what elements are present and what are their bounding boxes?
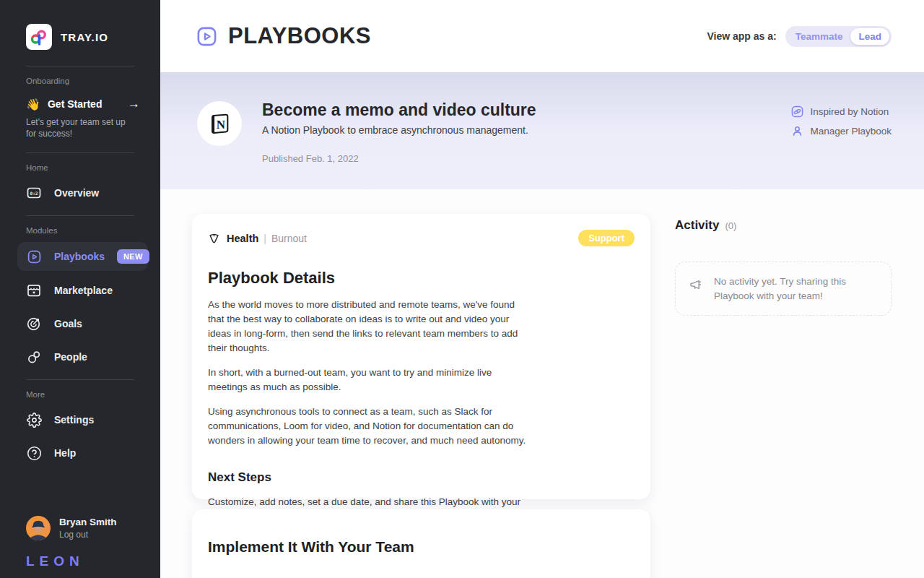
activity-heading: Activity — [675, 218, 719, 233]
tag-subcategory: Burnout — [271, 233, 307, 244]
sidebar-item-label: Marketplace — [54, 285, 113, 296]
svg-text:0:2: 0:2 — [30, 191, 38, 196]
tag-icon — [208, 232, 220, 244]
scoreboard-icon: 0:2 — [26, 185, 42, 201]
playbook-details-card: Health | Burnout Support Playbook Detail… — [192, 214, 650, 499]
view-as-toggle: Teammate Lead — [785, 26, 892, 47]
topbar: PLAYBOOKS View app as a: Teammate Lead — [160, 0, 924, 72]
sidebar-item-label: Overview — [54, 187, 99, 199]
tag-category: Health — [227, 233, 258, 244]
avatar — [26, 516, 51, 540]
meta-playbook-type: Manager Playbook — [791, 125, 892, 137]
playbooks-icon — [26, 249, 42, 264]
tag-separator: | — [263, 233, 266, 244]
content-area: Health | Burnout Support Playbook Detail… — [160, 189, 924, 578]
tray-logo-row: TRAY.IO — [0, 0, 160, 50]
details-paragraph: In short, with a burned-out team, you wa… — [208, 366, 531, 394]
details-heading: Playbook Details — [208, 269, 635, 288]
atom-icon — [791, 105, 803, 118]
user-row: Bryan Smith Log out — [26, 516, 117, 540]
get-started-label: Get Started — [48, 98, 102, 110]
leon-logo: LEON — [26, 553, 84, 569]
section-label-home: Home — [0, 153, 160, 172]
meta-label: Inspired by Notion — [810, 106, 889, 117]
activity-empty-state: No activity yet. Try sharing this Playbo… — [675, 262, 892, 316]
sidebar-item-marketplace[interactable]: Marketplace — [0, 274, 160, 307]
next-steps-heading: Next Steps — [208, 470, 635, 485]
meta-label: Manager Playbook — [810, 126, 892, 137]
page-title: PLAYBOOKS — [228, 23, 371, 49]
activity-panel: Activity (0) No activity yet. Try sharin… — [675, 218, 892, 316]
section-label-onboarding: Onboarding — [0, 66, 160, 85]
new-badge: NEW — [117, 249, 149, 264]
sidebar-item-goals[interactable]: Goals — [0, 307, 160, 340]
sidebar-item-playbooks[interactable]: Playbooks NEW — [17, 242, 148, 271]
people-icon — [26, 349, 42, 365]
person-icon — [791, 125, 803, 137]
published-date: Published Feb. 1, 2022 — [262, 153, 359, 164]
activity-empty-message: No activity yet. Try sharing this Playbo… — [714, 275, 878, 303]
activity-count: (0) — [725, 220, 736, 231]
sidebar-item-label: Help — [54, 447, 76, 459]
storefront-icon — [26, 282, 42, 298]
implement-card: Implement It With Your Team — [192, 509, 650, 578]
wave-emoji: 👋 — [26, 98, 40, 111]
sidebar: TRAY.IO Onboarding 👋 Get Started → Let's… — [0, 0, 160, 578]
details-paragraph: Using asynchronous tools to connect as a… — [208, 405, 531, 448]
tray-logo-icon — [26, 24, 52, 50]
sidebar-item-label: Playbooks — [54, 251, 105, 262]
gear-icon — [26, 412, 42, 428]
notion-logo: N — [197, 101, 242, 146]
main-area: PLAYBOOKS View app as a: Teammate Lead N… — [160, 0, 924, 578]
arrow-right-icon[interactable]: → — [128, 97, 146, 111]
brand-name: TRAY.IO — [61, 31, 108, 43]
get-started-description: Let's get your team set up for success! — [26, 116, 138, 139]
details-paragraph: As the world moves to more distributed a… — [208, 298, 531, 355]
sidebar-item-overview[interactable]: 0:2 Overview — [0, 176, 160, 210]
get-started-block[interactable]: 👋 Get Started → Let's get your team set … — [0, 85, 160, 152]
sidebar-item-settings[interactable]: Settings — [0, 403, 160, 436]
sidebar-item-label: People — [54, 351, 87, 363]
playbooks-icon — [196, 25, 218, 48]
target-icon — [26, 316, 42, 332]
implement-heading: Implement It With Your Team — [208, 538, 635, 556]
sidebar-item-people[interactable]: People — [0, 340, 160, 374]
meta-inspired-by: Inspired by Notion — [791, 105, 892, 118]
section-label-modules: Modules — [0, 216, 160, 235]
section-label-more: More — [0, 380, 160, 399]
logout-link[interactable]: Log out — [59, 530, 117, 540]
support-badge: Support — [578, 230, 635, 246]
svg-text:N: N — [217, 118, 226, 131]
sidebar-item-label: Settings — [54, 414, 94, 426]
sidebar-item-help[interactable]: Help — [0, 436, 160, 470]
sidebar-item-label: Goals — [54, 318, 82, 329]
playbook-title: Become a memo and video culture — [262, 100, 536, 120]
playbook-banner: N Become a memo and video culture A Noti… — [160, 72, 924, 189]
user-name: Bryan Smith — [59, 517, 117, 527]
view-as-label: View app as a: — [707, 30, 776, 42]
help-icon — [26, 445, 42, 461]
toggle-lead[interactable]: Lead — [850, 28, 889, 45]
playbook-subtitle: A Notion Playbook to embrace asynchronou… — [262, 124, 528, 136]
toggle-teammate[interactable]: Teammate — [788, 28, 851, 45]
megaphone-icon — [689, 275, 705, 293]
